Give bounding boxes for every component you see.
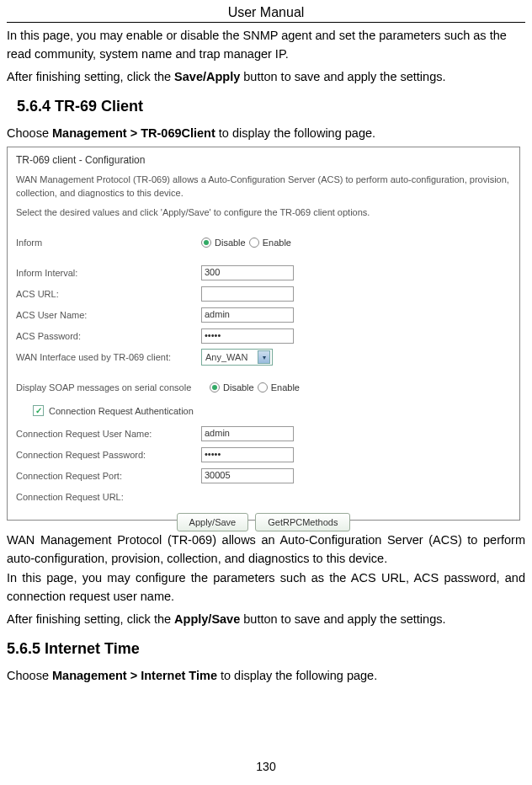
soap-label: Display SOAP messages on serial console bbox=[16, 382, 210, 392]
page-number: 130 bbox=[0, 760, 532, 773]
tr069-config-screenshot: TR-069 client - Configuration WAN Manage… bbox=[7, 147, 520, 521]
section-heading-internet-time: 5.6.5 Internet Time bbox=[7, 640, 525, 658]
nav1-pre: Choose bbox=[7, 126, 52, 140]
apply-save-label: Apply/Save bbox=[174, 612, 240, 626]
apply-save-button[interactable]: Apply/Save bbox=[177, 513, 249, 531]
cr-password-input[interactable]: ••••• bbox=[201, 447, 294, 462]
acs-user-input[interactable]: admin bbox=[201, 307, 294, 323]
page-header: User Manual bbox=[7, 0, 525, 23]
nav2-path: Management > Internet Time bbox=[52, 669, 217, 682]
cr-port-label: Connection Request Port: bbox=[16, 471, 201, 481]
wan-interface-value: Any_WAN bbox=[205, 352, 247, 362]
connection-request-auth-checkbox[interactable] bbox=[33, 405, 44, 416]
inform-enable-radio[interactable] bbox=[249, 238, 259, 248]
intro-paragraph-1: In this page, you may enable or disable … bbox=[7, 26, 525, 64]
cr-password-label: Connection Request Password: bbox=[16, 450, 201, 460]
enable-label: Enable bbox=[263, 238, 291, 248]
intro-p2-post: button to save and apply the settings. bbox=[240, 70, 445, 83]
soap-enable-label: Enable bbox=[271, 382, 300, 392]
body2-paragraph-2: In this page, you may configure the para… bbox=[7, 569, 525, 606]
inform-disable-radio[interactable] bbox=[201, 238, 211, 248]
soap-enable-radio[interactable] bbox=[258, 382, 268, 392]
intro-paragraph-2: After finishing setting, click the Save/… bbox=[7, 67, 525, 86]
nav1-path: Management > TR-069Client bbox=[52, 126, 215, 140]
body2-paragraph-3: After finishing setting, click the Apply… bbox=[7, 610, 525, 628]
chevron-down-icon: ▾ bbox=[258, 350, 270, 364]
wan-interface-select[interactable]: Any_WAN ▾ bbox=[201, 349, 273, 366]
intro-p2-pre: After finishing setting, click the bbox=[7, 70, 174, 83]
cr-url-label: Connection Request URL: bbox=[16, 492, 201, 502]
header-title: User Manual bbox=[228, 5, 305, 19]
wan-interface-label: WAN Interface used by TR-069 client: bbox=[16, 352, 201, 362]
screenshot-title: TR-069 client - Configuration bbox=[16, 152, 511, 166]
cr-user-input[interactable]: admin bbox=[201, 426, 294, 441]
nav2-pre: Choose bbox=[7, 669, 52, 682]
section-heading-tr69: 5.6.4 TR-69 Client bbox=[17, 98, 525, 115]
nav1-post: to display the following page. bbox=[215, 126, 375, 140]
soap-disable-label: Disable bbox=[223, 382, 254, 392]
inform-label: Inform bbox=[16, 238, 201, 248]
screenshot-desc-1: WAN Management Protocol (TR-069) allows … bbox=[16, 173, 511, 200]
get-rpc-methods-button[interactable]: GetRPCMethods bbox=[255, 513, 350, 531]
inform-interval-input[interactable]: 300 bbox=[201, 265, 294, 280]
nav2-post: to display the following page. bbox=[217, 669, 377, 682]
inform-interval-label: Inform Interval: bbox=[16, 268, 201, 278]
body2-p3-pre: After finishing setting, click the bbox=[7, 612, 174, 626]
soap-disable-radio[interactable] bbox=[210, 382, 220, 392]
cr-user-label: Connection Request User Name: bbox=[16, 429, 201, 439]
nav-instruction-2: Choose Management > Internet Time to dis… bbox=[7, 666, 525, 685]
acs-url-input[interactable] bbox=[201, 286, 294, 302]
acs-password-label: ACS Password: bbox=[16, 331, 201, 341]
acs-user-label: ACS User Name: bbox=[16, 310, 201, 320]
disable-label: Disable bbox=[215, 238, 246, 248]
cr-port-input[interactable]: 30005 bbox=[201, 468, 294, 483]
acs-password-input[interactable]: ••••• bbox=[201, 328, 294, 344]
body2-p3-post: button to save and apply the settings. bbox=[240, 612, 445, 626]
screenshot-desc-2: Select the desired values and click 'App… bbox=[16, 206, 511, 220]
nav-instruction-1: Choose Management > TR-069Client to disp… bbox=[7, 124, 525, 142]
save-apply-label: Save/Apply bbox=[174, 70, 240, 83]
acs-url-label: ACS URL: bbox=[16, 289, 201, 299]
connection-request-auth-label: Connection Request Authentication bbox=[49, 406, 194, 416]
body2-paragraph-1: WAN Management Protocol (TR-069) allows … bbox=[7, 531, 525, 569]
